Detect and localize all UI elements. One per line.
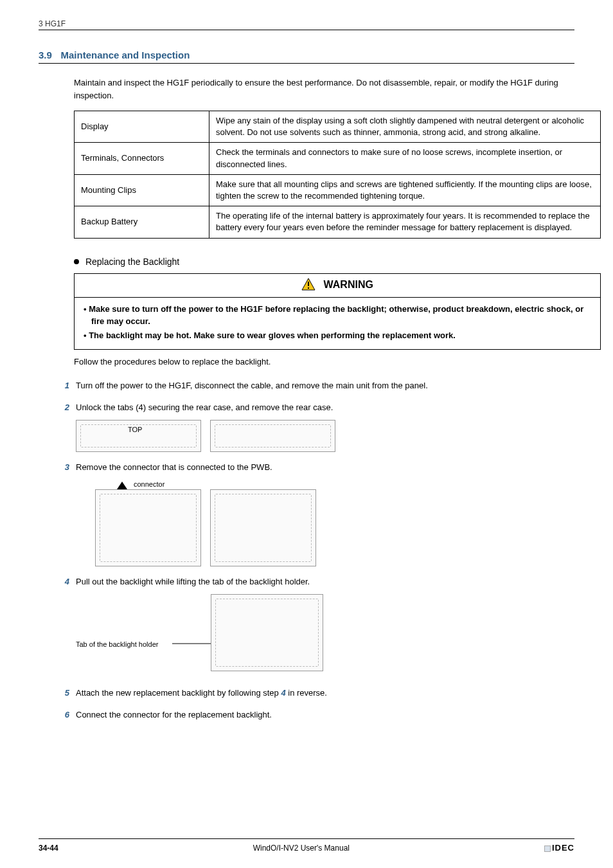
footer-title: WindO/I-NV2 User's Manual <box>58 844 544 853</box>
follow-text: Follow the procedures below to replace t… <box>74 356 574 368</box>
step-text: Attach the new replacement backlight by … <box>76 688 327 698</box>
page-number: 34-44 <box>39 844 58 853</box>
section-number: 3.9 <box>39 50 52 60</box>
step-number: 6 <box>54 709 69 721</box>
figure-area: connector <box>76 480 574 566</box>
section-heading: 3.9 Maintenance and Inspection <box>39 50 574 64</box>
bullet-icon <box>74 259 79 264</box>
figure-area: TOP <box>76 420 574 452</box>
step-item: 2 Unlock the tabs (4) securing the rear … <box>54 401 574 453</box>
warning-icon <box>301 278 315 293</box>
figure-area: Tab of the backlight holder <box>76 594 574 678</box>
logo-square-icon <box>544 845 551 852</box>
subsection-heading: Replacing the Backlight <box>74 257 574 267</box>
warning-title: WARNING <box>324 279 373 290</box>
table-desc: Wipe any stain of the display using a so… <box>209 111 601 143</box>
step-number: 5 <box>54 687 69 700</box>
brand-logo: IDEC <box>544 843 574 853</box>
step-number: 1 <box>54 379 69 392</box>
step-text: Connect the connector for the replacemen… <box>76 710 272 719</box>
warning-body: • Make sure to turn off the power to the… <box>75 298 600 350</box>
section-title: Maintenance and Inspection <box>60 50 190 60</box>
step-reference: 4 <box>281 688 285 698</box>
leader-line-icon <box>172 643 211 644</box>
table-row: Terminals, Connectors Check the terminal… <box>75 143 601 174</box>
table-row: Mounting Clips Make sure that all mounti… <box>75 174 601 206</box>
figure-rear-case-open <box>210 420 335 452</box>
table-desc: Check the terminals and connectors to ma… <box>209 143 601 174</box>
step-number: 3 <box>54 461 69 474</box>
warning-item: • Make sure to turn off the power to the… <box>84 303 591 328</box>
table-label: Backup Battery <box>75 206 209 238</box>
step-text: Remove the connector that is connected t… <box>76 462 272 472</box>
step-text: Turn off the power to the HG1F, disconne… <box>76 381 428 390</box>
step-item: 4 Pull out the backlight while lifting t… <box>54 575 574 678</box>
table-desc: The operating life of the internal batte… <box>209 206 601 238</box>
maintenance-table: Display Wipe any stain of the display us… <box>74 111 601 239</box>
table-label: Mounting Clips <box>75 174 209 206</box>
figure-label-connector: connector <box>134 479 164 490</box>
step-item: 3 Remove the connector that is connected… <box>54 461 574 566</box>
table-label: Terminals, Connectors <box>75 143 209 174</box>
step-number: 4 <box>54 575 69 588</box>
step-item: 5 Attach the new replacement backlight b… <box>54 687 574 700</box>
table-row: Display Wipe any stain of the display us… <box>75 111 601 143</box>
svg-rect-1 <box>308 282 309 286</box>
table-row: Backup Battery The operating life of the… <box>75 206 601 238</box>
section-intro: Maintain and inspect the HG1F periodical… <box>74 77 574 102</box>
warning-item: • The backlight may be hot. Make sure to… <box>84 329 591 342</box>
step-item: 6 Connect the connector for the replacem… <box>54 709 574 721</box>
step-item: 1 Turn off the power to the HG1F, discon… <box>54 379 574 392</box>
table-desc: Make sure that all mounting clips and sc… <box>209 174 601 206</box>
step-number: 2 <box>54 401 69 414</box>
warning-box: WARNING • Make sure to turn off the powe… <box>74 273 601 350</box>
warning-header: WARNING <box>75 274 600 298</box>
step-text: Pull out the backlight while lifting the… <box>76 577 310 586</box>
subsection-title: Replacing the Backlight <box>85 257 179 267</box>
svg-rect-2 <box>308 287 309 289</box>
figure-label-tab-holder: Tab of the backlight holder <box>76 639 158 650</box>
procedure-list: 1 Turn off the power to the HG1F, discon… <box>54 379 574 721</box>
page-footer: 34-44 WindO/I-NV2 User's Manual IDEC <box>39 838 574 853</box>
header-breadcrumb: 3 HG1F <box>39 19 574 28</box>
figure-remove-connector-b <box>210 489 316 566</box>
table-label: Display <box>75 111 209 143</box>
footer-rule <box>39 838 574 839</box>
figure-pull-backlight <box>211 594 323 671</box>
figure-rear-case-locked: TOP <box>76 420 201 452</box>
figure-label-top: TOP <box>128 424 142 435</box>
header-rule <box>39 30 574 30</box>
step-text: Unlock the tabs (4) securing the rear ca… <box>76 402 333 412</box>
figure-remove-connector-a <box>95 489 201 566</box>
